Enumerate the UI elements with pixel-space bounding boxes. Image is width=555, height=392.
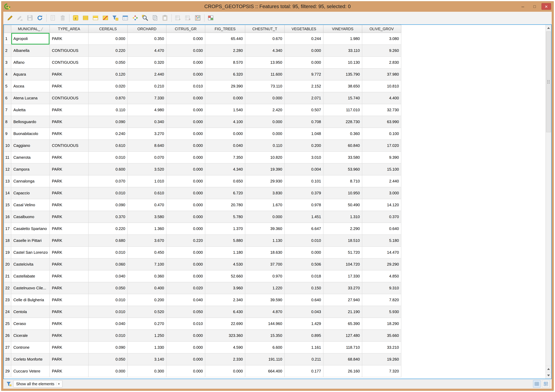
cell[interactable]: 0.000	[166, 247, 205, 258]
column-header-cereals[interactable]: CEREALS	[88, 25, 128, 33]
cell[interactable]: 0.610	[128, 187, 166, 199]
cell[interactable]: Celle di Bulgheria	[11, 294, 50, 306]
cell[interactable]: 0.211	[285, 353, 323, 365]
vertical-scrollbar[interactable]	[546, 25, 551, 379]
cell[interactable]: 117.010	[323, 104, 362, 116]
cell[interactable]: 0.150	[285, 282, 323, 294]
cell[interactable]: 4.470	[128, 45, 166, 57]
cell[interactable]: PARK	[50, 282, 88, 294]
cell[interactable]: 0.000	[245, 211, 285, 223]
cell[interactable]: 33.210	[362, 341, 401, 353]
cell[interactable]: 17.020	[362, 140, 401, 152]
cell[interactable]: 0.020	[166, 282, 205, 294]
cell[interactable]: PARK	[50, 330, 88, 341]
row-number[interactable]: 29	[4, 365, 11, 377]
cell[interactable]: 0.090	[88, 199, 128, 211]
cell[interactable]: 0.000	[166, 199, 205, 211]
cell[interactable]: 39.590	[245, 294, 285, 306]
cell[interactable]: 0.210	[128, 80, 166, 92]
cell[interactable]: 0.000	[205, 365, 245, 377]
cell[interactable]: 2.440	[128, 68, 166, 80]
cell[interactable]: 191.110	[245, 353, 285, 365]
cell[interactable]: 3.520	[128, 163, 166, 175]
cell[interactable]: Camerota	[11, 152, 50, 163]
cell[interactable]: PARK	[50, 175, 88, 187]
cell[interactable]: 1.220	[245, 282, 285, 294]
cell[interactable]: PARK	[50, 187, 88, 199]
cell[interactable]: 0.708	[285, 116, 323, 128]
cell[interactable]: 0.970	[245, 270, 285, 282]
multi-edit-button[interactable]	[16, 14, 24, 22]
cell[interactable]: 0.360	[128, 270, 166, 282]
cell[interactable]: 15.740	[323, 92, 362, 104]
row-number[interactable]: 8	[4, 116, 11, 128]
row-number[interactable]: 3	[4, 57, 11, 68]
cell[interactable]: 0.050	[88, 57, 128, 68]
cell[interactable]: 0.506	[285, 258, 323, 270]
cell[interactable]: 0.000	[166, 33, 205, 45]
row-number[interactable]: 21	[4, 270, 11, 282]
cell[interactable]: 8.570	[205, 57, 245, 68]
cell[interactable]: 4.400	[362, 92, 401, 104]
reload-button[interactable]	[36, 14, 44, 22]
row-number[interactable]: 1	[4, 33, 11, 45]
cell[interactable]: 7.320	[362, 365, 401, 377]
scroll-up-button-secondary[interactable]	[546, 366, 551, 372]
cell[interactable]: 0.670	[245, 33, 285, 45]
cell[interactable]: 65.390	[323, 318, 362, 330]
cell[interactable]: 1.980	[323, 33, 362, 45]
cell[interactable]: CONTIGUOUS	[50, 140, 88, 152]
cell[interactable]: 118.710	[323, 341, 362, 353]
column-header-orchard[interactable]: ORCHARD	[128, 25, 166, 33]
row-number[interactable]: 11	[4, 152, 11, 163]
cell[interactable]: PARK	[50, 152, 88, 163]
cell[interactable]: 323.360	[205, 330, 245, 341]
row-number[interactable]: 15	[4, 199, 11, 211]
scrollbar-thumb[interactable]	[546, 32, 551, 132]
cell[interactable]: 2.340	[205, 294, 245, 306]
cell[interactable]: 9.260	[362, 45, 401, 57]
cell[interactable]: 0.010	[88, 306, 128, 318]
cell[interactable]: 0.000	[245, 128, 285, 140]
cell[interactable]: 0.895	[285, 330, 323, 341]
cell[interactable]: 0.000	[166, 365, 205, 377]
cell[interactable]: 3.270	[128, 128, 166, 140]
save-edits-button[interactable]	[26, 14, 34, 22]
cell[interactable]: 0.000	[166, 175, 205, 187]
column-header-municipal_[interactable]: MUNICIPAL_╱	[11, 25, 50, 33]
cell[interactable]: 11.600	[245, 68, 285, 80]
cell[interactable]: 6.720	[205, 187, 245, 199]
cell[interactable]: 0.450	[128, 247, 166, 258]
cell[interactable]: 1.540	[205, 104, 245, 116]
cell[interactable]: 0.270	[128, 318, 166, 330]
row-number[interactable]: 17	[4, 223, 11, 235]
cell[interactable]: 60.840	[323, 140, 362, 152]
cell[interactable]: 0.000	[285, 247, 323, 258]
cell[interactable]: 52.660	[205, 270, 245, 282]
add-feature-button[interactable]	[48, 14, 57, 22]
cell[interactable]: 1.360	[128, 223, 166, 235]
cell[interactable]: Castellabate	[11, 270, 50, 282]
cell[interactable]: 0.507	[285, 104, 323, 116]
cell[interactable]: PARK	[50, 80, 88, 92]
column-header-citrus_gr[interactable]: CITRUS_GR	[166, 25, 205, 33]
cell[interactable]: CONTIGUOUS	[50, 45, 88, 57]
cell[interactable]: 29.290	[362, 258, 401, 270]
cell[interactable]: 10.810	[362, 80, 401, 92]
cell[interactable]: 10.820	[245, 152, 285, 163]
cell[interactable]: PARK	[50, 163, 88, 175]
cell[interactable]: Caggiano	[11, 140, 50, 152]
cell[interactable]: Atena Lucana	[11, 92, 50, 104]
cell[interactable]: 73.110	[245, 80, 285, 92]
cell[interactable]: 0.030	[166, 45, 205, 57]
cell[interactable]: 5.180	[362, 235, 401, 247]
cell[interactable]: 2.280	[205, 45, 245, 57]
cell[interactable]: 127.480	[323, 330, 362, 341]
cell[interactable]: 5.780	[205, 211, 245, 223]
cell[interactable]: 0.000	[245, 92, 285, 104]
column-header-olive_grov[interactable]: OLIVE_GROV	[362, 25, 401, 33]
cell[interactable]: 38.650	[323, 80, 362, 92]
cell[interactable]: 7.100	[128, 258, 166, 270]
cell[interactable]: 26.160	[323, 365, 362, 377]
cell[interactable]: 0.050	[88, 353, 128, 365]
